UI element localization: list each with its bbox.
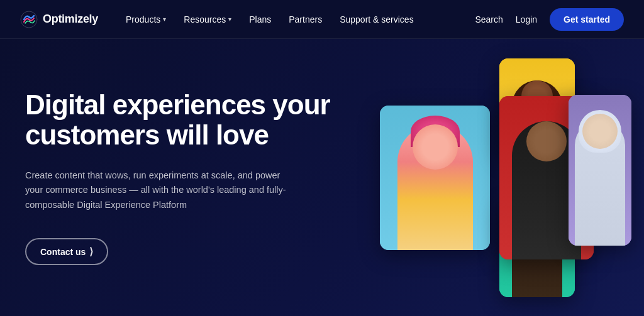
nav-item-support[interactable]: Support & services [332,11,421,28]
search-link[interactable]: Search [475,14,502,25]
hero-content: Digital experiences your customers will … [25,90,352,266]
nav-label-resources: Resources [184,14,226,25]
hero-section: Digital experiences your customers will … [0,39,644,316]
nav-label-plans: Plans [249,14,271,25]
hero-images-collage [380,58,631,297]
nav-label-products: Products [126,14,160,25]
contact-us-button[interactable]: Contact us ⟩ [25,238,108,265]
get-started-button[interactable]: Get started [550,8,624,31]
hero-subtitle: Create content that wows, run experiment… [25,168,296,214]
hero-title: Digital experiences your customers will … [25,90,352,151]
nav-label-support: Support & services [340,14,414,25]
nav-right: Search Login Get started [475,8,624,31]
optimizely-logo-icon [20,11,38,28]
photo-card-5 [569,95,631,246]
nav-label-partners: Partners [289,14,322,25]
logo-link[interactable]: Optimizely [20,11,98,28]
logo-wordmark: Optimizely [43,13,98,26]
chevron-down-icon: ▾ [163,16,166,23]
nav-item-plans[interactable]: Plans [242,11,279,28]
photo-card-1 [380,106,490,250]
nav-item-partners[interactable]: Partners [281,11,330,28]
navbar: Optimizely Products ▾ Resources ▾ Plans … [0,0,644,39]
contact-us-label: Contact us [40,247,86,257]
nav-item-products[interactable]: Products ▾ [118,11,174,28]
arrow-right-icon: ⟩ [89,246,93,258]
nav-item-resources[interactable]: Resources ▾ [176,11,239,28]
login-link[interactable]: Login [516,14,537,25]
chevron-down-icon: ▾ [228,16,231,23]
nav-links: Products ▾ Resources ▾ Plans Partners Su… [118,11,475,28]
